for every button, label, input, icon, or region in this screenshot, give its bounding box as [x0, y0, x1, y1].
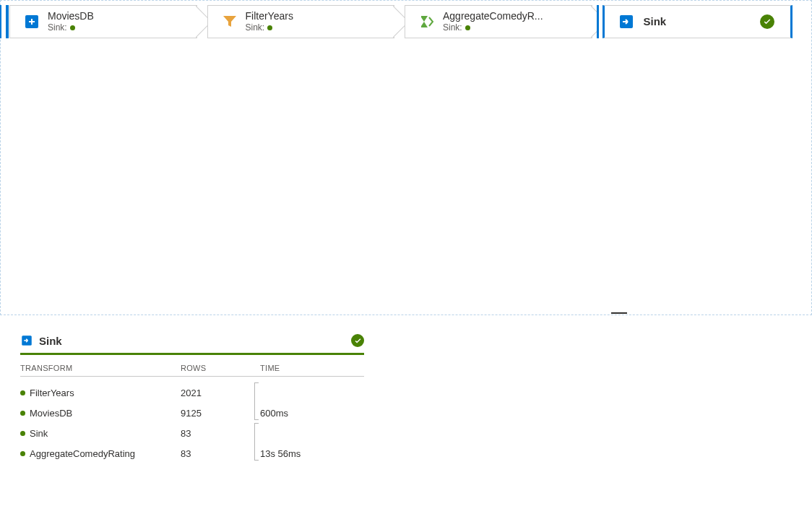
table-row [260, 423, 364, 443]
col-transform: TRANSFORM FilterYears MoviesDB Sink Aggr… [20, 361, 181, 463]
table-row: MoviesDB [20, 403, 181, 423]
flow-node-moviesdb[interactable]: MoviesDB Sink: [9, 5, 197, 38]
table-row: Sink [20, 423, 181, 443]
dataflow-node-row: MoviesDB Sink: FilterYears Sink: [9, 5, 803, 38]
col-head-time: TIME [260, 361, 364, 377]
status-dot-icon [267, 25, 272, 30]
flow-node-title: Sink [644, 15, 667, 28]
filter-icon [221, 13, 238, 30]
col-head-rows: ROWS [181, 361, 260, 377]
flow-node-title: AggregateComedyR... [443, 10, 543, 22]
sink-icon [20, 334, 33, 347]
table-row: 9125 [181, 403, 260, 423]
flow-node-subtitle: Sink: [48, 22, 94, 33]
table-row: AggregateComedyRating [20, 443, 181, 463]
panel-resize-handle[interactable] [611, 312, 627, 315]
table-row [260, 382, 364, 403]
success-check-icon [351, 334, 364, 347]
details-header: Sink [20, 334, 364, 355]
col-head-transform: TRANSFORM [20, 361, 181, 377]
status-dot-icon [70, 25, 75, 30]
flow-node-subtitle: Sink: [246, 22, 293, 33]
flow-node-subtitle: Sink: [443, 22, 543, 33]
table-row: 83 [181, 423, 260, 443]
aggregate-icon [418, 13, 436, 30]
table-row: 83 [181, 443, 260, 463]
status-dot-icon [20, 431, 25, 436]
col-time: TIME 600ms 13s 56ms [260, 361, 364, 463]
status-dot-icon [20, 411, 25, 416]
table-row: FilterYears [20, 382, 181, 403]
sink-details-panel: Sink TRANSFORM FilterYears MoviesDB Sink… [0, 315, 812, 471]
sink-icon [618, 13, 635, 30]
details-table: TRANSFORM FilterYears MoviesDB Sink Aggr… [20, 361, 364, 463]
table-row: 13s 56ms [260, 443, 364, 463]
flow-node-title: MoviesDB [48, 10, 94, 22]
table-row: 2021 [181, 382, 260, 403]
time-bracket-icon [254, 382, 259, 420]
flow-node-title: FilterYears [246, 10, 293, 22]
flow-node-filteryears[interactable]: FilterYears Sink: [207, 5, 395, 38]
details-title: Sink [39, 335, 345, 347]
status-dot-icon [20, 451, 25, 456]
source-icon [23, 13, 40, 30]
flow-node-sink[interactable]: Sink [602, 5, 793, 38]
flow-node-aggregate[interactable]: AggregateComedyR... Sink: [405, 5, 592, 38]
dataflow-canvas[interactable]: MoviesDB Sink: FilterYears Sink: [0, 0, 812, 315]
table-row: 600ms [260, 403, 364, 423]
status-dot-icon [20, 390, 25, 395]
success-check-icon [760, 14, 774, 29]
col-rows: ROWS 2021 9125 83 83 [181, 361, 260, 463]
status-dot-icon [465, 25, 470, 30]
time-bracket-icon [254, 423, 259, 461]
